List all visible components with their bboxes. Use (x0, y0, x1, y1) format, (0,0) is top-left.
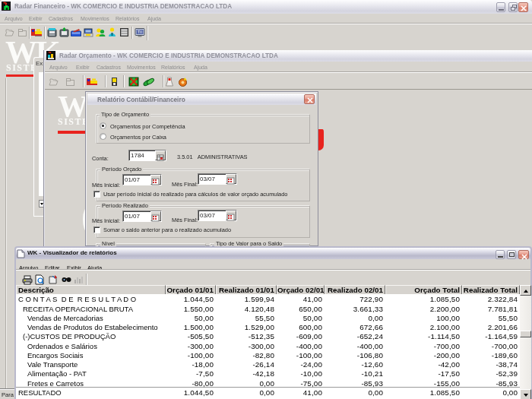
svg-text:TII: TII (138, 30, 142, 34)
